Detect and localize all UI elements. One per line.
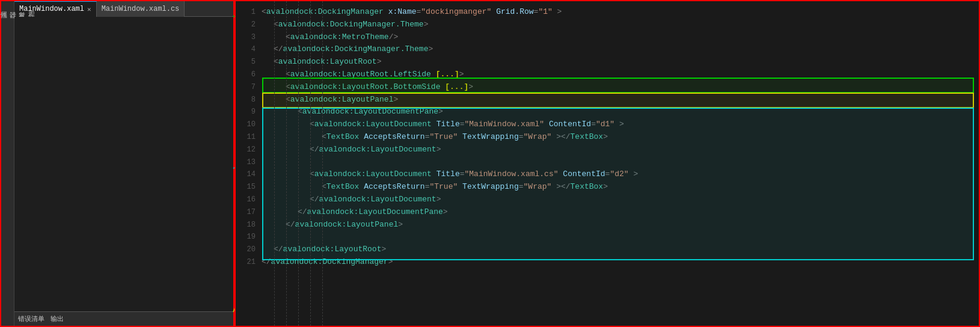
code-line-8: 8 <avalondock:LayoutPanel> bbox=[240, 94, 979, 106]
code-line-14: 14 <avalondock:LayoutDocument Title="Mai… bbox=[240, 168, 979, 181]
tab-close-icon[interactable]: ✕ bbox=[87, 5, 91, 13]
code-line-16: 16 </avalondock:LayoutDocument> bbox=[240, 194, 979, 206]
tab-bar: MainWindow.xaml ✕ MainWindow.xaml.cs bbox=[14, 1, 233, 17]
output-button[interactable]: 输出 bbox=[51, 314, 64, 323]
code-line-18: 18 </avalondock:LayoutPanel> bbox=[240, 219, 979, 231]
code-line-15: 15 <TextBox AcceptsReturn="True" TextWra… bbox=[240, 181, 979, 194]
tab-mainwindow-xaml[interactable]: MainWindow.xaml ✕ bbox=[14, 1, 97, 17]
editor-area bbox=[14, 17, 233, 311]
code-line-5: 5 <avalondock:LayoutRoot> bbox=[240, 56, 979, 69]
code-line-6: 6 <avalondock:LayoutRoot.LeftSide [...]> bbox=[240, 69, 979, 81]
code-line-10: 10 <avalondock:LayoutDocument Title="Mai… bbox=[240, 118, 979, 131]
code-line-17: 17 </avalondock:LayoutDocumentPane> bbox=[240, 206, 979, 219]
bottom-bar: 错误清单 输出 bbox=[14, 311, 233, 326]
code-line-3: 3 <avalondock:MetroTheme/> bbox=[240, 31, 979, 44]
code-line-9: 9 <avalondock:LayoutDocumentPane> bbox=[240, 106, 979, 118]
left-panel: 工程对象计器属性调试建构 MainWindow.xaml ✕ MainWindo… bbox=[0, 0, 234, 327]
tab-mainwindow-xaml-cs[interactable]: MainWindow.xaml.cs bbox=[97, 1, 185, 17]
code-line-12: 12 </avalondock:LayoutDocument> bbox=[240, 144, 979, 156]
code-line-13: 13 bbox=[240, 156, 979, 169]
code-content: 1 <avalondock:DockingManager x:Name="doc… bbox=[236, 1, 979, 326]
errors-list-button[interactable]: 错误清单 bbox=[18, 314, 44, 323]
right-panel: 1 <avalondock:DockingManager x:Name="doc… bbox=[234, 0, 980, 327]
code-line-19: 19 bbox=[240, 231, 979, 243]
code-line-20: 20 </avalondock:LayoutRoot> bbox=[240, 243, 979, 256]
code-line-4: 4 </avalondock:DockingManager.Theme> bbox=[240, 43, 979, 56]
code-line-21: 21 </avalondock:DockingManager> bbox=[240, 256, 979, 269]
code-line-2: 2 <avalondock:DockingManager.Theme> bbox=[240, 19, 979, 31]
code-line-7: 7 <avalondock:LayoutRoot.BottomSide [...… bbox=[240, 81, 979, 94]
code-line-1: 1 <avalondock:DockingManager x:Name="doc… bbox=[240, 6, 979, 19]
code-line-11: 11 <TextBox AcceptsReturn="True" TextWra… bbox=[240, 131, 979, 144]
left-main: MainWindow.xaml ✕ MainWindow.xaml.cs 错误清… bbox=[14, 1, 233, 326]
sidebar-text: 工程对象计器属性调试建构 bbox=[0, 6, 35, 7]
left-sidebar: 工程对象计器属性调试建构 bbox=[1, 1, 14, 326]
